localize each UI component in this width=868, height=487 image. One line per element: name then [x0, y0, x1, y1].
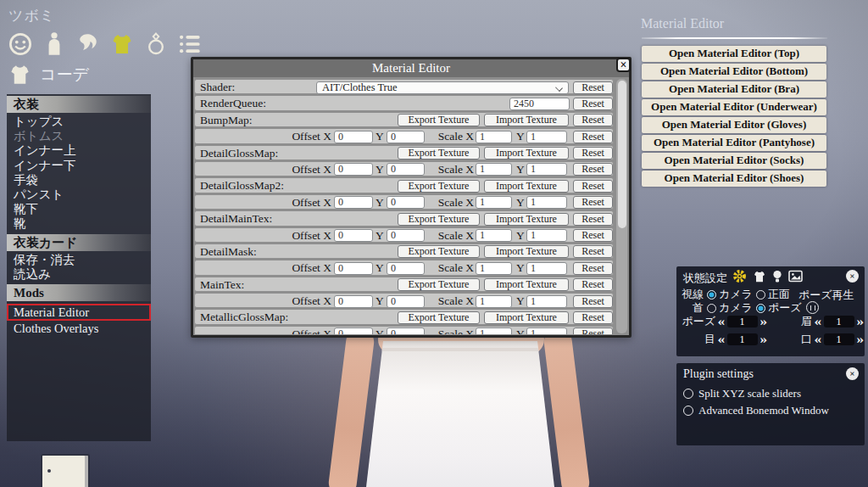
clothes-icon[interactable]	[753, 270, 766, 283]
shader-dropdown[interactable]: AIT/Clothes True	[316, 81, 569, 94]
body-icon[interactable]	[41, 31, 67, 57]
image-icon[interactable]	[788, 270, 803, 283]
sidebar-item[interactable]: Material Editor	[7, 304, 151, 321]
offset-y-input[interactable]	[387, 262, 425, 275]
offset-x-input[interactable]	[334, 327, 373, 334]
sidebar-item[interactable]: 靴下	[7, 202, 151, 216]
close-icon[interactable]: ×	[846, 270, 859, 283]
import-texture-button[interactable]: Import Texture	[484, 180, 569, 193]
offset-x-input[interactable]	[334, 163, 373, 176]
scale-y-input[interactable]	[526, 131, 567, 143]
export-texture-button[interactable]: Export Texture	[398, 114, 480, 126]
next-arrow-icon[interactable]: »	[856, 316, 864, 327]
offset-x-input[interactable]	[334, 131, 373, 143]
open-material-editor-button[interactable]: Open Material Editor (Bottom)	[642, 64, 826, 80]
scale-x-input[interactable]	[476, 262, 512, 275]
scale-y-input[interactable]	[526, 327, 567, 334]
open-material-editor-button[interactable]: Open Material Editor (Top)	[642, 46, 826, 62]
prev-arrow-icon[interactable]: «	[814, 316, 821, 327]
scale-y-input[interactable]	[526, 229, 567, 242]
reset-button[interactable]: Reset	[573, 229, 613, 242]
import-texture-button[interactable]: Import Texture	[484, 114, 569, 126]
import-texture-button[interactable]: Import Texture	[484, 311, 569, 324]
reset-button[interactable]: Reset	[573, 245, 613, 258]
offset-x-input[interactable]	[334, 229, 373, 242]
offset-y-input[interactable]	[387, 196, 425, 209]
prev-arrow-icon[interactable]: «	[814, 334, 821, 345]
next-arrow-icon[interactable]: »	[856, 334, 864, 345]
accessory-ring-icon[interactable]	[142, 31, 169, 57]
sidebar-item[interactable]: ボトムス	[7, 129, 151, 143]
pause-icon[interactable]	[806, 301, 819, 314]
renderqueue-input[interactable]	[509, 98, 570, 110]
scale-x-input[interactable]	[476, 131, 512, 143]
list-icon[interactable]	[176, 31, 203, 57]
plugin-option-radio[interactable]: Advanced Bonemod Window	[683, 404, 829, 417]
sidebar-item[interactable]: インナー下	[7, 159, 151, 173]
reset-button[interactable]: Reset	[573, 114, 613, 126]
offset-x-input[interactable]	[334, 196, 373, 209]
offset-y-input[interactable]	[387, 327, 425, 334]
import-texture-button[interactable]: Import Texture	[484, 147, 569, 160]
close-icon[interactable]: ×	[846, 367, 859, 380]
scale-y-input[interactable]	[526, 262, 567, 275]
reset-button[interactable]: Reset	[573, 262, 613, 275]
reset-button[interactable]: Reset	[573, 131, 613, 143]
export-texture-button[interactable]: Export Texture	[398, 180, 480, 193]
export-texture-button[interactable]: Export Texture	[398, 147, 480, 160]
scale-x-input[interactable]	[476, 163, 512, 176]
export-texture-button[interactable]: Export Texture	[398, 278, 480, 291]
plugin-option-radio[interactable]: Split XYZ scale sliders	[683, 387, 829, 400]
scale-x-input[interactable]	[476, 229, 512, 242]
next-arrow-icon[interactable]: »	[760, 316, 767, 327]
reset-button[interactable]: Reset	[573, 163, 613, 176]
open-material-editor-button[interactable]: Open Material Editor (Underwear)	[642, 99, 826, 115]
sidebar-item[interactable]: トップス	[7, 115, 151, 129]
sidebar-item[interactable]: 靴	[7, 216, 151, 231]
reset-button[interactable]: Reset	[573, 213, 613, 226]
offset-y-input[interactable]	[387, 163, 425, 176]
prev-arrow-icon[interactable]: «	[717, 334, 725, 345]
sidebar-item[interactable]: Clothes Overlays	[7, 322, 151, 336]
reset-button[interactable]: Reset	[573, 295, 613, 308]
export-texture-button[interactable]: Export Texture	[398, 245, 480, 258]
scrollbar-track[interactable]	[616, 79, 627, 333]
import-texture-button[interactable]: Import Texture	[484, 213, 569, 226]
sidebar-item[interactable]: 手袋	[7, 173, 151, 188]
open-material-editor-button[interactable]: Open Material Editor (Pantyhose)	[642, 135, 826, 151]
offset-x-input[interactable]	[334, 262, 373, 275]
scale-y-input[interactable]	[526, 163, 567, 176]
open-material-editor-button[interactable]: Open Material Editor (Bra)	[642, 81, 826, 98]
export-texture-button[interactable]: Export Texture	[398, 311, 480, 324]
reset-button[interactable]: Reset	[573, 327, 613, 334]
reset-button[interactable]: Reset	[573, 196, 613, 209]
offset-x-input[interactable]	[334, 295, 373, 308]
reset-button[interactable]: Reset	[573, 180, 613, 193]
scale-y-input[interactable]	[526, 196, 567, 209]
export-texture-button[interactable]: Export Texture	[398, 213, 480, 226]
open-material-editor-button[interactable]: Open Material Editor (Shoes)	[642, 171, 826, 187]
scale-x-input[interactable]	[476, 295, 512, 308]
sidebar-item[interactable]: インナー上	[7, 143, 151, 158]
scale-y-input[interactable]	[526, 295, 567, 308]
smiley-face-icon[interactable]	[7, 31, 33, 57]
close-icon[interactable]: ×	[616, 58, 631, 72]
prev-arrow-icon[interactable]: «	[717, 316, 725, 327]
import-texture-button[interactable]: Import Texture	[484, 278, 569, 291]
import-texture-button[interactable]: Import Texture	[484, 245, 569, 258]
next-arrow-icon[interactable]: »	[760, 334, 767, 345]
clothes-icon[interactable]	[108, 31, 135, 57]
hair-icon[interactable]	[75, 31, 101, 57]
offset-y-input[interactable]	[387, 295, 425, 308]
reset-button[interactable]: Reset	[573, 147, 613, 160]
reset-button[interactable]: Reset	[573, 311, 613, 324]
reset-button[interactable]: Reset	[573, 278, 613, 291]
scale-x-input[interactable]	[476, 327, 512, 334]
gear-icon[interactable]	[732, 269, 747, 283]
window-titlebar[interactable]: Material Editor ×	[193, 59, 629, 77]
offset-y-input[interactable]	[387, 229, 425, 242]
exit-door-button[interactable]	[41, 454, 90, 487]
sidebar-item[interactable]: パンスト	[7, 188, 151, 202]
offset-y-input[interactable]	[387, 131, 425, 143]
sidebar-item[interactable]: 読込み	[7, 267, 151, 282]
